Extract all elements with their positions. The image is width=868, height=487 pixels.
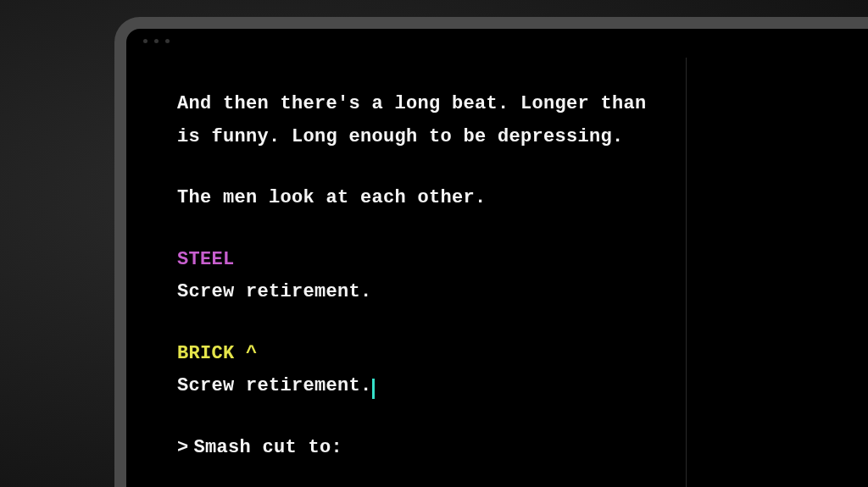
text-cursor xyxy=(372,379,375,399)
device-frame: And then there's a long beat. Longer tha… xyxy=(114,17,868,487)
action-line: is funny. Long enough to be depressing. xyxy=(177,121,652,154)
prompt-chevron-icon: > xyxy=(177,437,189,458)
screenplay-editor[interactable]: And then there's a long beat. Longer tha… xyxy=(126,58,686,487)
dot-icon xyxy=(143,39,147,43)
dialogue-line: Screw retirement. xyxy=(177,370,652,403)
window-control-dots xyxy=(143,39,170,43)
action-text: is funny. Long enough to be depressing. xyxy=(177,126,624,147)
editor-area: And then there's a long beat. Longer tha… xyxy=(126,58,868,487)
transition-text: Smash cut to: xyxy=(194,437,343,458)
dot-icon xyxy=(154,39,159,43)
action-text: The men look at each other. xyxy=(177,187,487,208)
action-line: And then there's a long beat. Longer tha… xyxy=(177,88,652,121)
dual-dialogue-caret: ^ xyxy=(246,343,258,364)
character-label: BRICK xyxy=(177,343,235,364)
transition-input-line[interactable]: >Smash cut to: xyxy=(177,432,652,465)
character-name-steel: STEEL xyxy=(177,244,652,277)
character-name-brick: BRICK ^ xyxy=(177,338,652,371)
dialogue-line: Screw retirement. xyxy=(177,276,652,309)
side-panel xyxy=(686,58,868,487)
dot-icon xyxy=(165,39,170,43)
window-titlebar xyxy=(126,29,868,58)
character-label: STEEL xyxy=(177,249,235,270)
dialogue-text: Screw retirement. xyxy=(177,281,372,302)
action-line: The men look at each other. xyxy=(177,182,652,215)
action-text: And then there's a long beat. Longer tha… xyxy=(177,93,647,114)
dialogue-text: Screw retirement. xyxy=(177,375,372,396)
